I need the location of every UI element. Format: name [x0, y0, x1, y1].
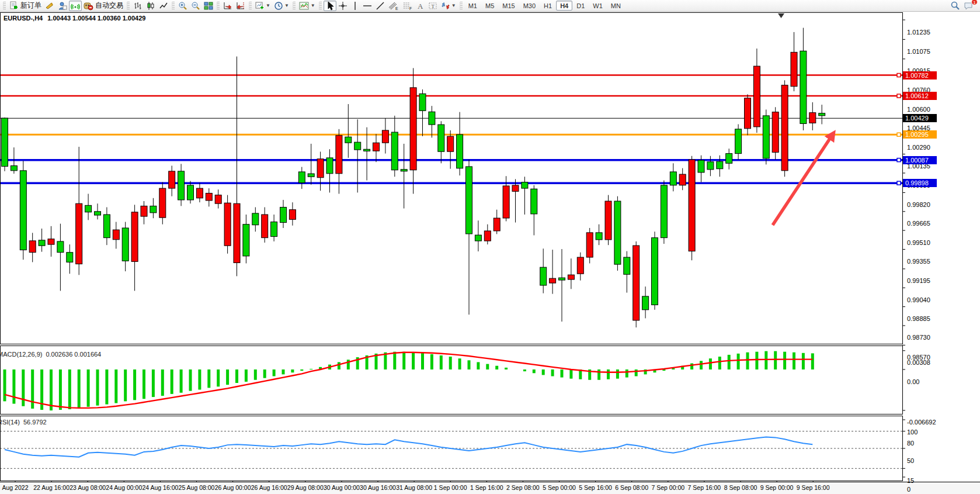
- macd-indicator-label: MACD(12,26,9)0.002636 0.001664: [0, 351, 101, 358]
- candle-bullish: [67, 253, 73, 262]
- candle-bullish: [642, 296, 649, 310]
- shapes-button[interactable]: ▼: [439, 1, 458, 11]
- candle-bullish: [614, 201, 621, 264]
- zoom-out-button[interactable]: [189, 1, 202, 11]
- tile-windows-button[interactable]: [202, 1, 215, 11]
- candle-bearish: [809, 113, 816, 123]
- line-chart-button[interactable]: [157, 1, 170, 11]
- time-axis-label: 25 Aug 08:00: [179, 484, 215, 491]
- arrange-left-icon: [223, 1, 232, 11]
- candle-bearish: [317, 159, 324, 178]
- zoom-out-icon: [191, 1, 200, 11]
- text-icon: A: [416, 1, 425, 11]
- chart-title: EURUSD-,H41.00443 1.00544 1.00360 1.0042…: [4, 15, 150, 22]
- candle-bearish: [289, 210, 296, 220]
- candle-bearish: [234, 203, 240, 262]
- toolbar-grip[interactable]: [249, 2, 252, 10]
- price-axis-label: 0.99820: [907, 201, 930, 209]
- timeframe-m30-button[interactable]: M30: [519, 1, 540, 11]
- channel-icon: E: [388, 1, 399, 11]
- candle-bearish: [689, 160, 695, 251]
- candle-bearish: [577, 257, 583, 274]
- svg-text:E: E: [395, 6, 398, 11]
- signal-button[interactable]: [69, 1, 82, 11]
- time-axis-label: 23 Aug 08:00: [69, 484, 106, 491]
- timeframe-w1-button[interactable]: W1: [589, 1, 607, 11]
- candle-chart-icon: [146, 1, 155, 11]
- candle-chart-button[interactable]: [144, 1, 157, 11]
- search-button[interactable]: [948, 1, 962, 11]
- fibonacci-icon: F: [402, 1, 413, 11]
- rsi-line: [5, 437, 812, 457]
- chevron-down-icon: ▼: [311, 3, 315, 8]
- channel-button[interactable]: E: [387, 1, 401, 11]
- timeframe-m15-button[interactable]: M15: [498, 1, 519, 11]
- candle-bullish: [271, 222, 277, 237]
- toolbar-grip[interactable]: [172, 2, 175, 10]
- timeframe-m1-button[interactable]: M1: [464, 1, 481, 11]
- toolbar-grip[interactable]: [3, 2, 6, 10]
- timeframe-mn-button[interactable]: MN: [607, 1, 625, 11]
- rsi-indicator-label: RSI(14)56.9792: [0, 419, 47, 426]
- toolbar-grip[interactable]: [217, 2, 220, 10]
- candle-bullish: [364, 149, 370, 151]
- profile-button[interactable]: [56, 1, 69, 11]
- candle-bearish: [159, 188, 166, 217]
- toolbar-grip[interactable]: [127, 2, 130, 10]
- candle-bearish: [753, 66, 760, 127]
- candle-bearish: [373, 143, 380, 151]
- timeframe-h1-button[interactable]: H1: [540, 1, 556, 11]
- new-chart-button[interactable]: ▼: [253, 1, 272, 11]
- crosshair-icon: [338, 1, 347, 11]
- new-order-icon: [9, 1, 19, 11]
- candle-bearish: [262, 215, 268, 238]
- horn-button[interactable]: [43, 1, 56, 11]
- new-order-button[interactable]: 新订单: [8, 1, 43, 11]
- timeframe-m5-button[interactable]: M5: [481, 1, 498, 11]
- notifications-button[interactable]: 1: [962, 1, 975, 11]
- indicators-button[interactable]: ▼: [297, 1, 317, 11]
- text-button[interactable]: A: [415, 1, 426, 11]
- cursor-button[interactable]: [324, 1, 336, 11]
- candle-bullish: [401, 170, 407, 171]
- macd-axis-label: 0.00: [907, 378, 919, 386]
- fibonacci-button[interactable]: F: [401, 1, 415, 11]
- toolbar-grip[interactable]: [460, 2, 463, 10]
- candle-bullish: [475, 235, 481, 241]
- toolbar-grip[interactable]: [293, 2, 296, 10]
- time-axis-label: 24 Aug 16:00: [142, 484, 178, 491]
- chevron-down-icon: ▼: [284, 3, 289, 8]
- candle-bullish: [457, 134, 463, 168]
- auto-scroll-button[interactable]: [221, 1, 234, 11]
- chart-canvas[interactable]: [0, 12, 980, 494]
- mt4-window: 新订单: [0, 0, 980, 494]
- macd-axis-label: -0.006692: [907, 419, 936, 426]
- candle-bullish: [531, 189, 537, 214]
- price-axis-label: 0.99355: [907, 258, 930, 265]
- cursor-icon: [325, 1, 335, 11]
- crosshair-button[interactable]: [336, 1, 349, 11]
- line-end-marker: [897, 74, 901, 77]
- timeframe-h4-button[interactable]: H4: [556, 1, 572, 11]
- time-axis-label: 26 Aug 00:00: [215, 484, 251, 491]
- chart-shift-button[interactable]: [234, 1, 247, 11]
- candle-bearish: [224, 203, 231, 246]
- text-label-button[interactable]: T: [426, 1, 439, 11]
- auto-trading-button[interactable]: 自动交易: [82, 1, 125, 11]
- vline-button[interactable]: [349, 1, 361, 11]
- bar-chart-button[interactable]: [131, 1, 144, 11]
- candle-bearish: [633, 246, 640, 320]
- hline-button[interactable]: [361, 1, 374, 11]
- notification-badge: 1: [971, 0, 978, 5]
- candle-bullish: [178, 171, 185, 200]
- price-line-badge: 1.00295: [903, 130, 937, 139]
- toolbar-grip[interactable]: [319, 2, 322, 10]
- candle-bearish: [781, 85, 788, 171]
- timeframe-d1-button[interactable]: D1: [572, 1, 589, 11]
- period-button[interactable]: ▼: [272, 1, 291, 11]
- candle-bullish: [355, 142, 361, 150]
- trendline-button[interactable]: [374, 1, 387, 11]
- chart-area[interactable]: EURUSD-,H41.00443 1.00544 1.00360 1.0042…: [0, 12, 980, 494]
- line-chart-icon: [159, 1, 168, 11]
- zoom-in-button[interactable]: [176, 1, 189, 11]
